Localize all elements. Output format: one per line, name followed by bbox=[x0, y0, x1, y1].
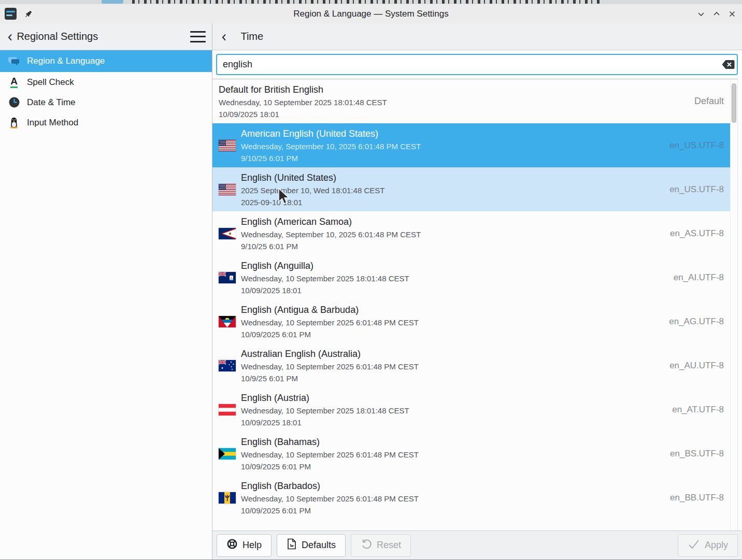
locale-code: en_BS.UTF-8 bbox=[665, 449, 724, 459]
locale-title: Australian English (Australia) bbox=[241, 347, 419, 361]
content-back-icon[interactable]: ‹ bbox=[221, 29, 226, 45]
search-row bbox=[212, 50, 742, 79]
sidebar-item-date-time[interactable]: Date & Time bbox=[0, 92, 212, 112]
flag-icon-bs bbox=[219, 448, 236, 460]
content-header: ‹ Time bbox=[212, 23, 742, 50]
search-box bbox=[216, 54, 738, 75]
defaults-document-icon bbox=[287, 538, 297, 552]
flag-icon-au bbox=[219, 360, 236, 371]
locale-code: en_BB.UTF-8 bbox=[665, 493, 724, 503]
background-window-tab bbox=[102, 0, 123, 4]
content-panel: ‹ Time Default for British EnglishWednes… bbox=[212, 23, 742, 559]
titlebar[interactable]: Region & Language — System Settings bbox=[0, 4, 742, 23]
locale-short-date: 10/09/2025 6:01 PM bbox=[241, 461, 419, 472]
locale-row-text: English (Bahamas)Wednesday, 10 September… bbox=[241, 435, 419, 472]
locale-row-text: English (Antigua & Barbuda)Wednesday, 10… bbox=[241, 303, 419, 340]
help-button-label: Help bbox=[242, 540, 262, 551]
locale-title: English (Antigua & Barbuda) bbox=[241, 303, 419, 317]
sidebar-item-label: Spell Check bbox=[27, 77, 74, 88]
help-lifebuoy-icon bbox=[226, 538, 238, 552]
scrollbar-track[interactable] bbox=[730, 79, 737, 530]
apply-button[interactable]: Apply bbox=[678, 534, 738, 557]
maximize-button[interactable] bbox=[712, 9, 721, 19]
background-window-fragment bbox=[0, 0, 742, 4]
scrollbar-thumb[interactable] bbox=[732, 83, 736, 123]
search-input[interactable] bbox=[217, 59, 719, 70]
locale-row[interactable]: English (Belgium) bbox=[212, 520, 730, 530]
flag-icon-at bbox=[219, 404, 236, 415]
locale-row[interactable]: Australian English (Australia)Wednesday,… bbox=[212, 343, 730, 387]
locale-code: en_AS.UTF-8 bbox=[665, 228, 724, 239]
locale-short-date: 2025-09-10 18:01 bbox=[241, 196, 384, 208]
locale-title: Default for British English bbox=[219, 83, 387, 96]
spellcheck-icon: A bbox=[8, 77, 20, 88]
defaults-button[interactable]: Defaults bbox=[277, 534, 346, 557]
locale-title: English (American Samoa) bbox=[241, 215, 421, 228]
locale-long-date: Wednesday, 10 September 2025 6:01:48 PM … bbox=[241, 361, 419, 372]
page-title: Time bbox=[240, 31, 263, 42]
flag-icon-ai bbox=[219, 272, 236, 283]
chat-bubbles-icon bbox=[8, 55, 20, 67]
defaults-button-label: Defaults bbox=[302, 540, 336, 551]
system-settings-app-icon bbox=[5, 8, 17, 20]
locale-row-text: English (Anguilla)Wednesday, 10 Septembe… bbox=[241, 259, 409, 296]
locale-row[interactable]: American English (United States)Wednesda… bbox=[212, 123, 730, 167]
locale-code: en_US.UTF-8 bbox=[664, 184, 724, 195]
apply-button-label: Apply bbox=[705, 540, 728, 551]
background-window-text-fragment bbox=[132, 0, 601, 4]
locale-row-text: English (Barbados)Wednesday, 10 Septembe… bbox=[241, 479, 419, 516]
minimize-button[interactable] bbox=[696, 9, 706, 19]
locale-row[interactable]: English (United States)2025 September 10… bbox=[212, 167, 730, 211]
locale-code: en_US.UTF-8 bbox=[664, 140, 724, 151]
locale-short-date: 9/10/25 6:01 PM bbox=[241, 240, 421, 252]
locale-row[interactable]: English (Bahamas)Wednesday, 10 September… bbox=[212, 432, 730, 476]
locale-code: en_AT.UTF-8 bbox=[667, 405, 724, 415]
locale-title: English (Austria) bbox=[241, 391, 409, 405]
sidebar-item-label: Date & Time bbox=[27, 97, 76, 108]
locale-long-date: Wednesday, September 10, 2025 6:01:48 PM… bbox=[241, 140, 421, 152]
locale-long-date: Wednesday, 10 September 2025 6:01:48 PM … bbox=[241, 493, 419, 505]
flag-icon-us bbox=[219, 184, 236, 195]
locale-row-text: English (American Samoa)Wednesday, Septe… bbox=[241, 215, 421, 252]
locale-row[interactable]: English (Anguilla)Wednesday, 10 Septembe… bbox=[212, 255, 730, 299]
locale-short-date: 10/09/2025 6:01 PM bbox=[241, 328, 419, 340]
locale-short-date: 10/9/25 6:01 PM bbox=[241, 372, 419, 384]
system-settings-window: Region & Language — System Settings ‹ Re… bbox=[0, 4, 742, 560]
window-title: Region & Language — System Settings bbox=[0, 9, 742, 19]
sidebar-item-input-method[interactable]: Input Method bbox=[0, 112, 212, 133]
help-button[interactable]: Help bbox=[217, 534, 272, 557]
locale-short-date: 10/09/2025 18:01 bbox=[241, 417, 409, 428]
locale-title: American English (United States) bbox=[241, 127, 421, 140]
reset-button[interactable]: Reset bbox=[351, 534, 411, 557]
default-badge: Default bbox=[689, 96, 724, 107]
flag-icon-bb bbox=[219, 492, 236, 504]
sidebar-back-icon[interactable]: ‹ bbox=[7, 29, 12, 45]
locale-row-text: Default for British EnglishWednesday, 10… bbox=[219, 83, 387, 120]
sidebar-item-spell-check[interactable]: ASpell Check bbox=[0, 72, 212, 92]
locale-long-date: Wednesday, 10 September 2025 18:01:48 CE… bbox=[241, 272, 409, 284]
locale-list-rows: Default for British EnglishWednesday, 10… bbox=[212, 79, 730, 530]
locale-long-date: 2025 September 10, Wed 18:01:48 CEST bbox=[241, 184, 384, 196]
locale-code: en_AG.UTF-8 bbox=[664, 317, 724, 327]
sidebar: ‹ Regional Settings Region & LanguageASp… bbox=[0, 23, 212, 559]
locale-row-text: Australian English (Australia)Wednesday,… bbox=[241, 347, 419, 384]
locale-row[interactable]: English (Barbados)Wednesday, 10 Septembe… bbox=[212, 476, 730, 520]
footer-toolbar: Help Defaults Reset Apply bbox=[212, 530, 742, 559]
locale-short-date: 10/09/2025 6:01 PM bbox=[241, 505, 419, 516]
locale-short-date: 10/09/2025 18:01 bbox=[241, 284, 409, 296]
close-button[interactable] bbox=[727, 9, 737, 19]
clock-icon bbox=[8, 97, 20, 108]
locale-code: en_AI.UTF-8 bbox=[668, 272, 724, 283]
flag-icon-ag bbox=[219, 316, 236, 327]
locale-row[interactable]: English (Austria)Wednesday, 10 September… bbox=[212, 387, 730, 432]
sidebar-item-region-language[interactable]: Region & Language bbox=[0, 50, 212, 72]
apply-check-icon bbox=[688, 539, 700, 552]
locale-long-date: Wednesday, 10 September 2025 18:01:48 CE… bbox=[241, 405, 409, 417]
menu-hamburger-icon[interactable] bbox=[190, 31, 206, 43]
backspace-clear-icon[interactable] bbox=[719, 55, 737, 74]
locale-row[interactable]: English (Antigua & Barbuda)Wednesday, 10… bbox=[212, 299, 730, 343]
reset-button-label: Reset bbox=[377, 540, 401, 551]
locale-row[interactable]: English (American Samoa)Wednesday, Septe… bbox=[212, 211, 730, 255]
locale-row[interactable]: Default for British EnglishWednesday, 10… bbox=[212, 79, 730, 123]
sidebar-title[interactable]: Regional Settings bbox=[17, 31, 98, 42]
